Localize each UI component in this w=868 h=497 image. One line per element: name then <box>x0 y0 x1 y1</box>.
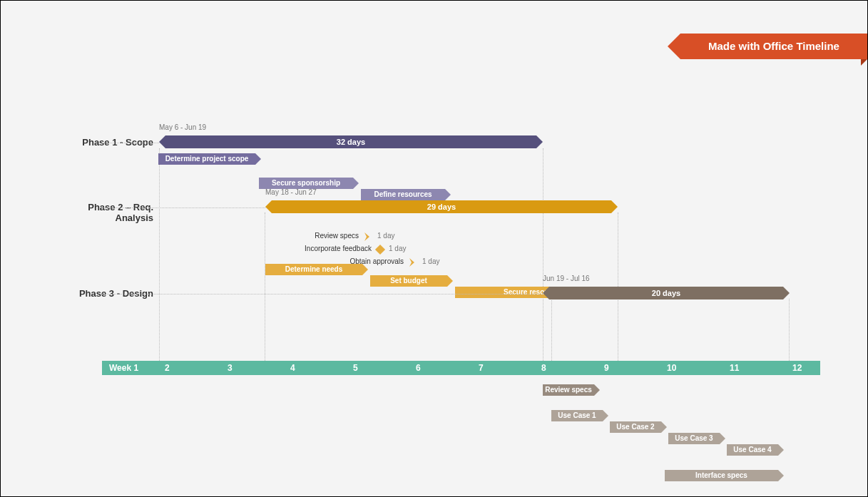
ms-incorporate-label: Incorporate feedback <box>265 245 372 252</box>
leader-line <box>102 294 543 294</box>
phase3-dates: Jun 19 - Jul 16 <box>543 275 590 282</box>
dropline <box>543 148 543 361</box>
tick-2: 2 <box>165 361 170 375</box>
task-uc1: Use Case 1 <box>551 410 603 421</box>
tick-5: 5 <box>353 361 358 375</box>
dropline <box>551 299 552 361</box>
tick-12: 12 <box>792 361 802 375</box>
phase1-bar: 32 days <box>165 135 536 148</box>
task-define-resources: Define resources <box>361 189 445 200</box>
diamond-icon <box>375 245 385 255</box>
task-uc2: Use Case 2 <box>610 421 661 433</box>
task-set-budget: Set budget <box>370 275 447 287</box>
tick-6: 6 <box>416 361 421 375</box>
tick-4: 4 <box>290 361 295 375</box>
tick-1: Week 1 <box>109 361 138 375</box>
tick-11: 11 <box>730 361 739 375</box>
tick-8: 8 <box>541 361 546 375</box>
phase1-dates: May 6 - Jun 19 <box>159 123 206 131</box>
dropline <box>265 212 265 361</box>
gantt-chart: Week 1 2 3 4 5 6 7 8 9 10 11 12 Phase 1 … <box>1 1 867 496</box>
week-axis: Week 1 2 3 4 5 6 7 8 9 10 11 12 <box>102 361 820 375</box>
task-uc3: Use Case 3 <box>668 433 720 444</box>
ms-review-specs-label: Review specs <box>279 232 359 240</box>
dropline <box>159 148 160 361</box>
ms-approvals-dur: 1 day <box>422 257 439 265</box>
leader-line <box>102 207 265 208</box>
task-determine-scope: Determine project scope <box>158 153 255 165</box>
phase2-bar: 29 days <box>272 200 611 213</box>
chevron-icon <box>363 232 373 242</box>
task-uc4: Use Case 4 <box>727 444 778 456</box>
slide-frame: Made with Office Timeline Week 1 2 3 4 5… <box>0 0 868 497</box>
ms-approvals-label: Obtain approvals <box>307 257 404 265</box>
tick-7: 7 <box>479 361 484 375</box>
leader-line <box>102 143 159 143</box>
tick-10: 10 <box>667 361 676 375</box>
task-secure-sponsorship: Secure sponsorship <box>259 178 353 189</box>
ms-review-specs-dur: 1 day <box>377 232 394 240</box>
task-review-specs: Review specs <box>543 384 594 396</box>
tick-3: 3 <box>228 361 233 375</box>
tick-9: 9 <box>604 361 609 375</box>
phase2-dates: May 18 - Jun 27 <box>265 188 317 196</box>
phase2-label: Phase 2 – Req. Analysis <box>53 202 153 223</box>
phase3-bar: 20 days <box>549 287 783 299</box>
task-determine-needs: Determine needs <box>265 264 362 275</box>
dropline <box>789 299 790 361</box>
task-interface-specs: Interface specs <box>665 470 778 481</box>
ms-incorporate-dur: 1 day <box>389 245 406 252</box>
chevron-icon <box>408 257 418 267</box>
